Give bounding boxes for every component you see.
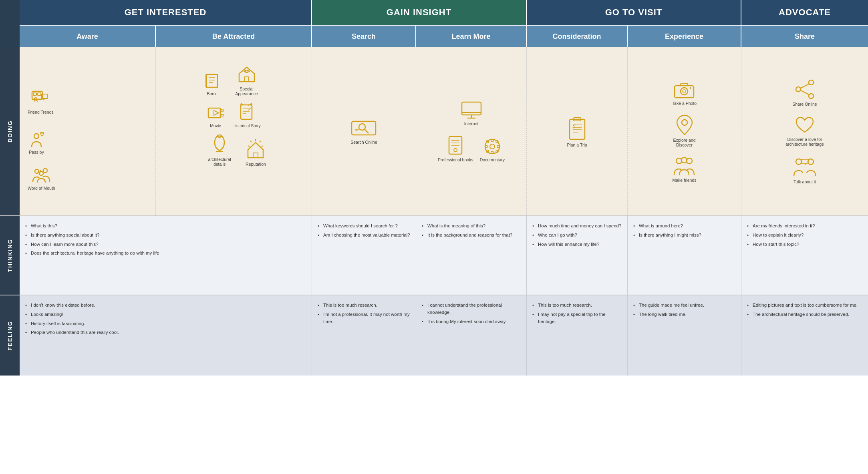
icon-book: Book [203,72,221,96]
feeling-content: I don't know this existed before. Looks … [20,295,868,376]
feeling-item: I cannot understand the professional kno… [422,302,521,316]
thinking-item: How much time and money can I spend? [532,223,622,230]
feeling-item: This is too much research. [532,302,622,309]
svg-line-32 [365,129,369,133]
feeling-item: The architectural heritage should be pre… [747,311,862,318]
svg-point-74 [808,159,814,165]
icon-pass-by-label: Pass by [29,150,44,155]
svg-point-43 [454,149,457,152]
svg-point-6 [42,133,43,134]
thinking-item: Are my friends interested in it? [747,223,862,230]
thinking-item: Is there anything I might miss? [633,232,735,239]
svg-point-67 [681,157,687,163]
svg-line-26 [260,141,261,142]
icon-word-of-mouth-label: Word of Mouth [28,186,55,191]
svg-line-72 [801,90,809,94]
svg-point-45 [490,144,495,149]
thinking-item: What is this? [25,223,306,230]
doing-learn: Internet Professional books [416,47,527,215]
icon-search-online: Search Online [350,118,377,145]
corner-spacer [0,0,20,47]
svg-line-27 [250,141,252,142]
svg-rect-3 [38,93,41,95]
icon-talk-about-it-label: Talk about it [793,179,816,184]
thinking-item: What keywords should I search for ? [318,223,410,230]
stage-learn-more: Learn More [416,25,527,47]
svg-marker-16 [214,110,219,115]
thinking-item: How to start this topic? [747,241,862,248]
svg-point-69 [796,87,801,92]
svg-point-5 [34,134,39,139]
icon-professional-books-label: Professional books [438,157,473,162]
doing-row: DOING Friend Trends [0,47,868,215]
feeling-item: I may not pay a special trip to the heri… [532,311,622,325]
icon-reputation: Reputation [246,139,266,167]
svg-point-65 [676,158,682,164]
stage-share: Share [741,25,868,47]
feeling-item: History itself is fascinating. [25,320,306,327]
svg-point-63 [690,87,691,89]
icon-take-a-photo: Take a Photo [672,80,697,106]
feeling-item: I'm not a professional. It may not worth… [318,311,410,325]
stage-be-attracted: Be Attracted [156,25,312,47]
thinking-item: How can I learn more about this? [25,241,306,248]
svg-point-68 [809,80,814,85]
icon-movie-label: Movie [210,123,221,128]
icon-plan-a-trip: Plan a Trip [566,115,588,147]
svg-rect-54 [570,119,585,139]
phase-get-interested: GET INTERESTED [20,0,312,25]
icon-movie: Movie [207,104,224,128]
thinking-learn: What is the meaning of this? It is the b… [416,216,527,295]
icon-historical-story: Historical Story [232,102,261,128]
svg-line-28 [262,146,263,147]
feeling-item: I don't know this existed before. [25,302,306,309]
phase-header: GET INTERESTED GAIN INSIGHT GO TO VISIT … [20,0,868,25]
icon-reputation-label: Reputation [246,162,266,167]
feeling-item: This is too much research. [318,302,410,309]
icon-architectural-details: architectural details [201,134,238,167]
thinking-item: Is there anything special about it? [25,232,306,239]
thinking-content: What is this? Is there anything special … [20,216,868,295]
icon-special-appearance-label: Special Appearance [229,86,265,96]
svg-point-8 [43,169,47,173]
thinking-item: How will this enhance my life? [532,241,622,248]
icon-plan-a-trip-label: Plan a Trip [567,143,587,147]
feeling-item: People who understand this are really co… [25,329,306,336]
svg-line-71 [801,84,809,88]
icon-explore-and-discover-label: Explore and Discover [667,138,703,147]
icon-pass-by: Pass by [28,131,45,155]
thinking-aware-attracted: What is this? Is there anything special … [20,216,312,295]
icon-word-of-mouth: Word of Mouth [28,167,55,191]
stage-header: Aware Be Attracted Search Learn More Con… [20,25,868,47]
svg-rect-35 [462,102,481,115]
thinking-share: Are my friends interested in it? How to … [741,216,868,295]
svg-rect-2 [33,93,36,95]
feeling-item: It is boring.My interest soon died away. [422,318,521,325]
icon-special-appearance: Special Appearance [229,63,265,96]
icon-friend-trends-label: Friend Trends [28,110,54,114]
feeling-share: Editing pictures and text is too cumbers… [741,295,868,376]
icon-friend-trends: Friend Trends [28,88,54,114]
svg-line-29 [248,146,250,147]
icon-make-friends-label: Make friends [672,178,696,183]
phase-advocate: ADVOCATE [741,0,868,25]
stage-search: Search [312,25,416,47]
svg-point-14 [246,70,248,72]
icon-professional-books: Professional books [438,135,473,162]
icon-internet: Internet [460,100,483,126]
thinking-item: Does the architectural heritage have any… [25,250,306,257]
doing-share: Share Online Discover a love for archite… [741,47,868,215]
svg-rect-17 [221,110,224,111]
icon-book-label: Book [207,91,217,96]
icon-share-online: Share Online [792,78,817,106]
doing-attracted: Book Special Appearance [156,47,312,215]
svg-point-62 [683,90,686,93]
feeling-learn: I cannot understand the professional kno… [416,295,527,376]
thinking-experience: What is around here? Is there anything I… [628,216,741,295]
feeling-item: Looks amazing! [25,311,306,318]
stage-aware: Aware [20,25,156,47]
thinking-label: THINKING [0,216,20,295]
feeling-search: This is too much research. I'm not a pro… [312,295,416,376]
svg-point-70 [809,94,814,98]
icon-historical-story-label: Historical Story [232,123,261,128]
